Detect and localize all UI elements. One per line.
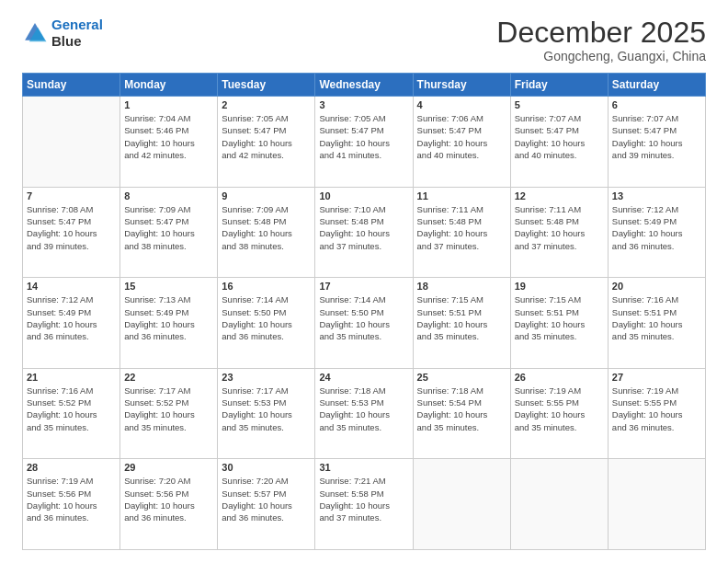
calendar-day-8: 8Sunrise: 7:09 AMSunset: 5:47 PMDaylight… [120,187,218,278]
day-number: 10 [319,190,408,201]
logo-blue: Blue [51,33,103,50]
day-number: 21 [27,372,116,383]
day-number: 14 [27,281,116,292]
day-number: 11 [417,190,506,201]
calendar-day-13: 13Sunrise: 7:12 AMSunset: 5:49 PMDayligh… [608,187,705,278]
day-info: Sunrise: 7:19 AMSunset: 5:55 PMDaylight:… [515,385,604,433]
weekday-header-wednesday: Wednesday [315,74,413,97]
calendar-week-row: 14Sunrise: 7:12 AMSunset: 5:49 PMDayligh… [23,278,706,369]
calendar-day-4: 4Sunrise: 7:06 AMSunset: 5:47 PMDaylight… [413,97,510,188]
day-info: Sunrise: 7:20 AMSunset: 5:57 PMDaylight:… [222,475,311,523]
calendar-day-26: 26Sunrise: 7:19 AMSunset: 5:55 PMDayligh… [510,368,608,459]
calendar-day-9: 9Sunrise: 7:09 AMSunset: 5:48 PMDaylight… [218,187,315,278]
calendar-day-empty [608,459,705,550]
calendar-day-empty [510,459,608,550]
day-info: Sunrise: 7:07 AMSunset: 5:47 PMDaylight:… [515,112,604,161]
day-number: 13 [612,190,701,201]
day-number: 20 [612,281,701,292]
day-number: 9 [222,190,311,201]
calendar-day-empty [23,97,120,188]
day-info: Sunrise: 7:05 AMSunset: 5:47 PMDaylight:… [319,112,408,161]
day-number: 6 [612,99,701,110]
day-info: Sunrise: 7:12 AMSunset: 5:49 PMDaylight:… [612,203,701,252]
calendar-day-30: 30Sunrise: 7:20 AMSunset: 5:57 PMDayligh… [218,459,315,550]
day-number: 29 [124,462,213,473]
calendar-day-29: 29Sunrise: 7:20 AMSunset: 5:56 PMDayligh… [120,459,218,550]
day-number: 4 [417,99,506,110]
day-info: Sunrise: 7:11 AMSunset: 5:48 PMDaylight:… [515,203,604,252]
calendar-day-23: 23Sunrise: 7:17 AMSunset: 5:53 PMDayligh… [218,368,315,459]
day-number: 17 [319,281,408,292]
day-info: Sunrise: 7:12 AMSunset: 5:49 PMDaylight:… [27,293,116,342]
calendar-day-5: 5Sunrise: 7:07 AMSunset: 5:47 PMDaylight… [510,97,608,188]
location: Gongcheng, Guangxi, China [496,49,706,63]
day-info: Sunrise: 7:14 AMSunset: 5:50 PMDaylight:… [222,293,311,342]
calendar-day-14: 14Sunrise: 7:12 AMSunset: 5:49 PMDayligh… [23,278,120,369]
calendar-week-row: 7Sunrise: 7:08 AMSunset: 5:47 PMDaylight… [23,187,706,278]
day-number: 22 [124,372,213,383]
weekday-header-saturday: Saturday [608,74,705,97]
day-number: 5 [515,99,604,110]
logo-text: General Blue [51,17,103,50]
header: General Blue December 2025 Gongcheng, Gu… [22,17,706,63]
weekday-header-thursday: Thursday [413,74,510,97]
day-number: 26 [515,372,604,383]
day-number: 8 [124,190,213,201]
calendar-day-6: 6Sunrise: 7:07 AMSunset: 5:47 PMDaylight… [608,97,705,188]
weekday-header-sunday: Sunday [23,74,120,97]
calendar-day-31: 31Sunrise: 7:21 AMSunset: 5:58 PMDayligh… [315,459,413,550]
day-info: Sunrise: 7:18 AMSunset: 5:53 PMDaylight:… [319,385,408,433]
day-info: Sunrise: 7:18 AMSunset: 5:54 PMDaylight:… [417,385,506,433]
day-info: Sunrise: 7:06 AMSunset: 5:47 PMDaylight:… [417,112,506,161]
calendar-day-15: 15Sunrise: 7:13 AMSunset: 5:49 PMDayligh… [120,278,218,369]
logo-icon [22,20,48,46]
day-info: Sunrise: 7:09 AMSunset: 5:48 PMDaylight:… [222,203,311,252]
day-info: Sunrise: 7:04 AMSunset: 5:46 PMDaylight:… [124,112,213,161]
day-number: 25 [417,372,506,383]
calendar-day-20: 20Sunrise: 7:16 AMSunset: 5:51 PMDayligh… [608,278,705,369]
calendar-day-11: 11Sunrise: 7:11 AMSunset: 5:48 PMDayligh… [413,187,510,278]
page: General Blue December 2025 Gongcheng, Gu… [0,0,728,563]
weekday-header-monday: Monday [120,74,218,97]
day-info: Sunrise: 7:07 AMSunset: 5:47 PMDaylight:… [612,112,701,161]
day-number: 19 [515,281,604,292]
weekday-header-friday: Friday [510,74,608,97]
calendar-day-7: 7Sunrise: 7:08 AMSunset: 5:47 PMDaylight… [23,187,120,278]
calendar-day-21: 21Sunrise: 7:16 AMSunset: 5:52 PMDayligh… [23,368,120,459]
calendar-day-18: 18Sunrise: 7:15 AMSunset: 5:51 PMDayligh… [413,278,510,369]
day-info: Sunrise: 7:13 AMSunset: 5:49 PMDaylight:… [124,293,213,342]
day-number: 18 [417,281,506,292]
day-number: 31 [319,462,408,473]
calendar-day-1: 1Sunrise: 7:04 AMSunset: 5:46 PMDaylight… [120,97,218,188]
calendar-day-17: 17Sunrise: 7:14 AMSunset: 5:50 PMDayligh… [315,278,413,369]
day-number: 28 [27,462,116,473]
day-number: 7 [27,190,116,201]
title-block: December 2025 Gongcheng, Guangxi, China [496,17,706,63]
day-info: Sunrise: 7:15 AMSunset: 5:51 PMDaylight:… [515,293,604,342]
day-info: Sunrise: 7:17 AMSunset: 5:53 PMDaylight:… [222,385,311,433]
day-number: 27 [612,372,701,383]
calendar-day-28: 28Sunrise: 7:19 AMSunset: 5:56 PMDayligh… [23,459,120,550]
logo: General Blue [22,17,103,50]
day-info: Sunrise: 7:17 AMSunset: 5:52 PMDaylight:… [124,385,213,433]
calendar-day-25: 25Sunrise: 7:18 AMSunset: 5:54 PMDayligh… [413,368,510,459]
day-number: 24 [319,372,408,383]
day-info: Sunrise: 7:19 AMSunset: 5:56 PMDaylight:… [27,475,116,523]
day-number: 23 [222,372,311,383]
day-info: Sunrise: 7:16 AMSunset: 5:51 PMDaylight:… [612,293,701,342]
calendar-day-22: 22Sunrise: 7:17 AMSunset: 5:52 PMDayligh… [120,368,218,459]
day-info: Sunrise: 7:10 AMSunset: 5:48 PMDaylight:… [319,203,408,252]
day-info: Sunrise: 7:21 AMSunset: 5:58 PMDaylight:… [319,475,408,523]
day-number: 12 [515,190,604,201]
calendar-day-27: 27Sunrise: 7:19 AMSunset: 5:55 PMDayligh… [608,368,705,459]
calendar-day-2: 2Sunrise: 7:05 AMSunset: 5:47 PMDaylight… [218,97,315,188]
day-info: Sunrise: 7:05 AMSunset: 5:47 PMDaylight:… [222,112,311,161]
calendar-day-19: 19Sunrise: 7:15 AMSunset: 5:51 PMDayligh… [510,278,608,369]
day-number: 3 [319,99,408,110]
calendar-day-10: 10Sunrise: 7:10 AMSunset: 5:48 PMDayligh… [315,187,413,278]
calendar-day-3: 3Sunrise: 7:05 AMSunset: 5:47 PMDaylight… [315,97,413,188]
calendar-day-12: 12Sunrise: 7:11 AMSunset: 5:48 PMDayligh… [510,187,608,278]
month-title: December 2025 [496,17,706,49]
weekday-header-tuesday: Tuesday [218,74,315,97]
day-number: 30 [222,462,311,473]
